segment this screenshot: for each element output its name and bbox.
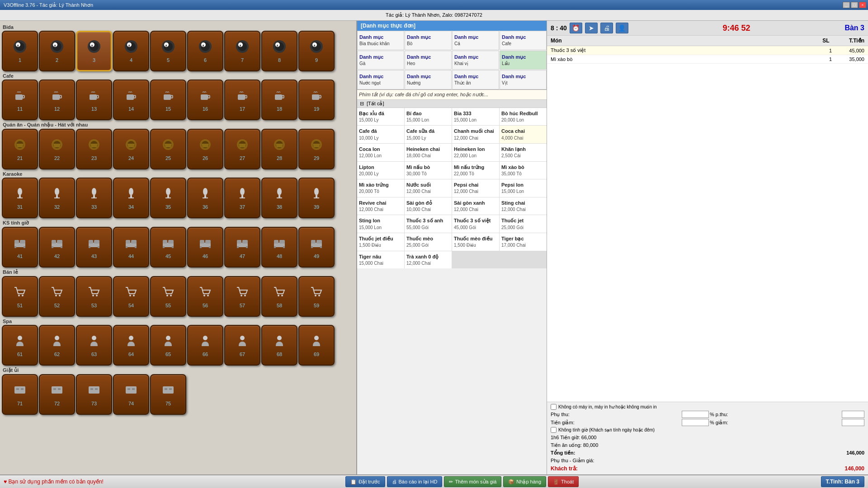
category-button[interactable]: Danh mụcCafe: [500, 31, 547, 50]
table-button[interactable]: 42: [39, 227, 75, 267]
table-button[interactable]: 46: [187, 227, 223, 267]
table-button[interactable]: 47: [224, 227, 260, 267]
table-button[interactable]: 12: [39, 80, 75, 120]
table-button[interactable]: 84: [113, 31, 149, 71]
item-button[interactable]: Lipton20,000 Ly: [357, 162, 404, 179]
item-button[interactable]: Nước suối12,000 Chai: [405, 179, 452, 197]
item-button[interactable]: Thuốc mèo điều1,500 Điếu: [452, 233, 499, 251]
category-button[interactable]: Danh mụcVịt: [500, 70, 547, 89]
table-button[interactable]: 35: [150, 178, 186, 218]
item-button[interactable]: Bí đao15,000 Lon: [405, 108, 452, 126]
table-button[interactable]: 73: [76, 374, 112, 415]
item-button[interactable]: Bò húc Redbull20,000 Lon: [500, 108, 547, 126]
category-button[interactable]: Danh mụcBia thuốc khăn: [357, 31, 404, 50]
table-button[interactable]: 72: [39, 374, 75, 415]
table-button[interactable]: 41: [2, 227, 38, 267]
category-button[interactable]: Danh mụcThức ăn: [452, 70, 499, 89]
arrow-icon[interactable]: ➤: [585, 23, 598, 33]
tien-giam-input[interactable]: [682, 419, 709, 426]
table-button[interactable]: 27: [224, 129, 260, 169]
item-button[interactable]: Sting chai12,000 Chai: [500, 197, 547, 215]
clock-icon[interactable]: ⏰: [570, 23, 582, 33]
table-button[interactable]: 31: [2, 178, 38, 218]
nhap-hang-button[interactable]: 📦 Nhập hàng: [503, 476, 546, 487]
category-button[interactable]: Danh mụcGà: [357, 51, 404, 70]
category-button[interactable]: Danh mụcLẩu: [500, 51, 547, 70]
no-printer-checkbox[interactable]: [551, 404, 557, 410]
table-button[interactable]: 57: [224, 276, 260, 317]
table-button[interactable]: 24: [113, 129, 149, 169]
item-button[interactable]: Thuốc jet điều1,500 Điếu: [357, 233, 404, 251]
item-button[interactable]: Tiger bạc17,000 Chai: [500, 233, 547, 251]
table-button[interactable]: 68: [261, 325, 297, 366]
table-button[interactable]: 58: [261, 276, 297, 317]
item-button[interactable]: Revive chai12,000 Chai: [357, 197, 404, 215]
item-button[interactable]: Tiger nâu15,000 Chai: [357, 251, 404, 269]
item-button[interactable]: Pepsi lon15,000 Lon: [500, 179, 547, 197]
table-button[interactable]: 49: [298, 227, 335, 267]
order-item[interactable]: Mì xào bò 1 35,000: [547, 55, 868, 64]
table-button[interactable]: 69: [298, 325, 335, 366]
table-button[interactable]: 66: [187, 325, 223, 366]
table-button[interactable]: 22: [39, 129, 75, 169]
ttinh-button[interactable]: T.Tinh: Bàn 3: [821, 476, 864, 487]
table-button[interactable]: 89: [298, 31, 335, 71]
category-button[interactable]: Danh mụcKhai vị: [452, 51, 499, 70]
table-button[interactable]: 62: [39, 325, 75, 366]
item-button[interactable]: Thuốc 3 số anh55,000 Gói: [405, 215, 452, 233]
table-button[interactable]: 25: [150, 129, 186, 169]
item-button[interactable]: Heineken chai18,000 Chai: [405, 144, 452, 161]
table-button[interactable]: 18: [261, 80, 297, 120]
category-button[interactable]: Danh mụcHeo: [405, 51, 452, 70]
item-button[interactable]: Cafe sữa đá15,000 Ly: [405, 126, 452, 143]
table-button[interactable]: 56: [187, 276, 223, 317]
table-button[interactable]: 55: [150, 276, 186, 317]
table-button[interactable]: 43: [76, 227, 112, 267]
table-button[interactable]: 54: [113, 276, 149, 317]
item-button[interactable]: Sài gòn xanh12,000 Chai: [452, 197, 499, 215]
phu-thu-pct-input[interactable]: [842, 411, 864, 418]
thoat-button[interactable]: 🚪 Thoát: [548, 476, 579, 487]
order-item[interactable]: Thuốc 3 số việt 1 45,000: [547, 46, 868, 55]
item-button[interactable]: Cafe đá10,000 Ly: [357, 126, 404, 143]
table-button[interactable]: 63: [76, 325, 112, 366]
table-button[interactable]: 71: [2, 374, 38, 415]
table-button[interactable]: 13: [76, 80, 112, 120]
table-button[interactable]: 17: [224, 80, 260, 120]
table-button[interactable]: 33: [76, 178, 112, 218]
category-button[interactable]: Danh mụcCá: [452, 31, 499, 50]
table-button[interactable]: 65: [150, 325, 186, 366]
table-button[interactable]: 86: [187, 31, 223, 71]
table-button[interactable]: 21: [2, 129, 38, 169]
them-mon-button[interactable]: ✏ Thêm món sửa giá: [444, 476, 501, 487]
table-button[interactable]: 11: [2, 80, 38, 120]
table-button[interactable]: 36: [187, 178, 223, 218]
item-button[interactable]: Chanh muối chai12,000 Chai: [452, 126, 499, 143]
table-button[interactable]: 38: [261, 178, 297, 218]
item-button[interactable]: Sting lon15,000 Lon: [357, 215, 404, 233]
table-button[interactable]: 88: [261, 31, 297, 71]
item-button[interactable]: Thuốc mèo25,000 Gói: [405, 233, 452, 251]
table-button[interactable]: 39: [298, 178, 335, 218]
table-button[interactable]: 61: [2, 325, 38, 366]
no-timer-checkbox[interactable]: [551, 427, 557, 433]
table-button[interactable]: 16: [187, 80, 223, 120]
minimize-button[interactable]: _: [843, 2, 850, 8]
tien-giam-pct-input[interactable]: [842, 419, 864, 426]
table-button[interactable]: 15: [150, 80, 186, 120]
close-button[interactable]: ×: [859, 2, 866, 8]
item-button[interactable]: Mì xào trứng20,000 Tô: [357, 179, 404, 197]
table-button[interactable]: 19: [298, 80, 335, 120]
item-button[interactable]: Coca lon12,000 Lon: [357, 144, 404, 161]
bao-cao-button[interactable]: 🖨 Báo cáo in lại HD: [387, 476, 443, 487]
table-button[interactable]: 51: [2, 276, 38, 317]
table-button[interactable]: 85: [150, 31, 186, 71]
item-button[interactable]: Pepsi chai12,000 Chai: [452, 179, 499, 197]
item-button[interactable]: Thuốc jet25,000 Gói: [500, 215, 547, 233]
table-button[interactable]: 28: [261, 129, 297, 169]
table-button[interactable]: 82: [39, 31, 75, 71]
phu-thu-input[interactable]: [682, 411, 709, 418]
table-button[interactable]: 23: [76, 129, 112, 169]
table-button[interactable]: 53: [76, 276, 112, 317]
table-button[interactable]: 45: [150, 227, 186, 267]
